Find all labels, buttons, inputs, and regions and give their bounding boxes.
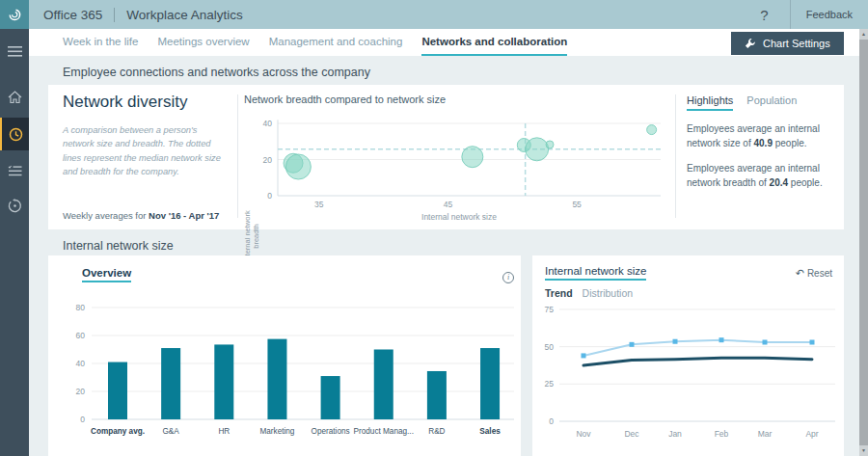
svg-text:75: 75	[545, 305, 555, 314]
svg-text:Dec: Dec	[624, 429, 639, 439]
network-breadth-scatter-chart: 02040354555Internal network size	[241, 106, 665, 227]
topbar-divider	[114, 8, 115, 22]
svg-text:Company avg.: Company avg.	[91, 427, 145, 436]
highlight-network-size: Employees average an internal network si…	[687, 121, 839, 150]
svg-text:0: 0	[80, 415, 85, 424]
svg-text:HR: HR	[218, 427, 230, 436]
svg-text:80: 80	[76, 303, 86, 312]
info-icon[interactable]: i	[502, 272, 514, 283]
card-divider-2	[675, 94, 676, 218]
network-diversity-title: Network diversity	[63, 93, 236, 112]
svg-text:55: 55	[572, 200, 582, 209]
feedback-button[interactable]: Feedback	[791, 9, 868, 20]
tab-management-and-coaching[interactable]: Management and coaching	[269, 29, 403, 56]
left-sidebar	[0, 29, 29, 456]
tab-distribution[interactable]: Distribution	[583, 287, 634, 299]
home-icon	[8, 91, 22, 104]
hamburger-icon	[8, 46, 22, 57]
weekly-averages-note: Weekly averages for Nov '16 - Apr '17	[63, 210, 219, 221]
spiral-logo-icon	[7, 7, 22, 22]
product-title: Workplace Analytics	[126, 8, 243, 22]
app-logo[interactable]	[0, 0, 29, 29]
scatter-chart-title: Network breadth compared to network size	[244, 94, 446, 105]
svg-text:40: 40	[263, 119, 273, 128]
highlights-panel: Highlights Population Employees average …	[687, 94, 839, 190]
svg-text:0: 0	[267, 191, 272, 201]
svg-text:20: 20	[76, 387, 86, 396]
highlight-network-breadth: Employees average an internal network br…	[687, 161, 839, 190]
card-divider-1	[237, 94, 238, 218]
internal-network-size-bar-chart: 020406080Company avg.G&AHRMarketingOpera…	[53, 299, 516, 453]
svg-text:Feb: Feb	[715, 429, 729, 439]
query-list-icon	[8, 165, 22, 177]
sidebar-item-queries[interactable]	[0, 156, 29, 185]
svg-text:25: 25	[545, 379, 555, 389]
svg-text:Sales: Sales	[479, 427, 501, 436]
network-diversity-card: Network diversity A comparison between a…	[48, 85, 844, 229]
svg-text:60: 60	[76, 331, 86, 340]
svg-text:35: 35	[314, 200, 324, 209]
sidebar-item-history[interactable]	[0, 191, 29, 220]
chart-settings-label: Chart Settings	[763, 38, 830, 49]
main-content: Employee connections and networks across…	[29, 56, 860, 456]
svg-text:Jan: Jan	[668, 429, 682, 439]
date-range: Nov '16 - Apr '17	[149, 210, 219, 221]
tab-overview[interactable]: Overview	[82, 267, 131, 282]
page-tab-bar: Week in the life Meetings overview Manag…	[29, 29, 860, 56]
svg-text:Internal network size: Internal network size	[421, 212, 497, 222]
top-bar: Office 365 Workplace Analytics ? Feedbac…	[0, 0, 868, 29]
svg-text:Apr: Apr	[805, 429, 818, 439]
sidebar-item-home[interactable]	[0, 83, 29, 112]
svg-text:Nov: Nov	[576, 429, 591, 439]
tab-population[interactable]: Population	[746, 94, 797, 111]
wrench-icon	[745, 38, 756, 49]
svg-text:Mar: Mar	[758, 429, 773, 439]
svg-text:45: 45	[444, 200, 453, 209]
svg-text:G&A: G&A	[163, 427, 180, 436]
highlight-breadth-value: 20.4	[770, 177, 788, 188]
svg-text:20: 20	[263, 155, 273, 165]
section-title-internal-network-size: Internal network size	[63, 239, 174, 253]
scrollbar-down-arrow[interactable]: ▼	[859, 445, 868, 456]
svg-text:Marketing: Marketing	[259, 427, 294, 436]
tab-meetings-overview[interactable]: Meetings overview	[157, 29, 249, 56]
scrollbar-thumb[interactable]	[859, 40, 868, 445]
sidebar-item-time-active[interactable]	[0, 118, 29, 150]
network-diversity-description: A comparison between a person's network …	[63, 123, 229, 179]
internal-network-size-line-chart: 0255075NovDecJanFebMarApr	[538, 304, 842, 456]
reset-button[interactable]: ↶Reset	[796, 267, 832, 280]
section-title-connections: Employee connections and networks across…	[63, 66, 370, 79]
chart-settings-button[interactable]: Chart Settings	[731, 32, 844, 55]
svg-text:R&D: R&D	[428, 427, 445, 436]
brand-office365: Office 365	[43, 8, 102, 22]
network-diversity-info: Network diversity A comparison between a…	[63, 93, 236, 222]
tab-trend[interactable]: Trend	[545, 287, 573, 299]
tab-networks-and-collaboration[interactable]: Networks and collaboration	[421, 29, 567, 56]
vertical-scrollbar[interactable]: ▲ ▼	[859, 29, 868, 456]
svg-text:50: 50	[545, 342, 555, 352]
history-icon	[8, 199, 22, 213]
tab-highlights[interactable]: Highlights	[687, 94, 733, 111]
svg-text:Operations: Operations	[312, 427, 350, 436]
scrollbar-up-arrow[interactable]: ▲	[859, 29, 868, 40]
undo-icon: ↶	[796, 267, 804, 279]
help-button[interactable]: ?	[739, 7, 789, 23]
svg-text:0: 0	[549, 416, 554, 426]
sidebar-menu-button[interactable]	[0, 37, 29, 66]
overview-card: Overview i 020406080Company avg.G&AHRMar…	[48, 255, 521, 456]
clock-icon	[9, 127, 23, 142]
trend-card: Internal network size ↶Reset Trend Distr…	[532, 255, 844, 456]
svg-text:Product Manag...: Product Manag...	[354, 427, 414, 436]
svg-text:40: 40	[76, 359, 86, 368]
tab-week-in-the-life[interactable]: Week in the life	[63, 29, 138, 56]
highlight-size-value: 40.9	[753, 138, 772, 148]
trend-card-title[interactable]: Internal network size	[545, 265, 646, 281]
